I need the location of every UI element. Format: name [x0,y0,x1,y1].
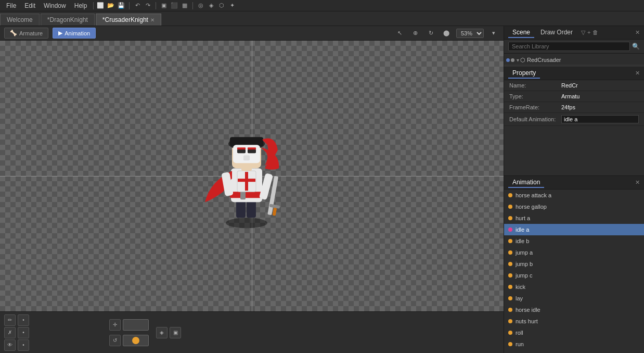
armature-mode-btn[interactable]: 🦴 Armature [4,28,48,39]
anim-dot-horse-gallop [508,205,512,209]
property-close-icon[interactable]: ✕ [635,70,640,77]
anim-label-nuts-hurt: nuts hurt [516,318,538,324]
mesh-tool[interactable]: ⬤ [441,28,452,39]
anim-dot-lay [508,296,512,300]
remove-node-icon[interactable]: 🗑 [593,29,598,36]
rotate-tool[interactable]: ↻ [425,28,436,39]
anim-item-roll[interactable]: roll [504,327,644,338]
filter-icon[interactable]: ▽ [581,29,585,36]
dot1-icon[interactable]: • [18,314,29,326]
anim-item-horse-attack-a[interactable]: horse attack a [504,190,644,201]
animation-tab[interactable]: Animation [508,178,544,188]
open-icon[interactable]: 📂 [106,1,115,10]
anim-item-run[interactable]: run [504,338,644,350]
zoom-dropdown-icon[interactable]: ▾ [488,28,499,39]
anim-item-jump-b[interactable]: jump b [504,258,644,270]
rotate-display [123,335,149,346]
anim-item-lay[interactable]: lay [504,293,644,304]
anim-item-horse-idle[interactable]: horse idle [504,304,644,316]
character-sprite [195,87,299,235]
search-icon: 🔍 [632,43,640,50]
anim-item-jump-c[interactable]: jump c [504,270,644,281]
menu-file[interactable]: File [2,2,20,9]
animation-mode-btn[interactable]: ▶ Animation [53,28,96,39]
tab-welcome[interactable]: Welcome [0,14,40,26]
tool2-icon[interactable]: ⬛ [170,1,179,10]
redo-icon[interactable]: ↷ [143,1,152,10]
dot2-icon[interactable]: • [18,327,29,338]
svg-rect-14 [237,149,246,153]
menu-window[interactable]: Window [40,2,70,9]
svg-rect-15 [248,149,256,153]
tab-crusaderknight[interactable]: *CrusaderKnight ✕ [96,14,161,26]
property-panel-header: Property ✕ [504,67,644,80]
tab-close-icon[interactable]: ✕ [150,17,154,23]
viewport-area: 🦴 Armature ▶ Animation ↖ ⊕ ↻ ⬤ 53% ▾ [0,26,504,353]
tool1-icon[interactable]: ▣ [159,1,169,10]
tool7-icon[interactable]: ✦ [227,1,237,10]
scene-close-icon[interactable]: ✕ [635,29,640,36]
anim-item-kick[interactable]: kick [504,281,644,293]
eye-icon[interactable]: 👁 [4,339,16,351]
property-tab[interactable]: Property [508,68,540,79]
keyframe-add-icon[interactable]: ◈ [156,327,168,338]
anim-label-horse-attack-a: horse attack a [516,192,551,198]
dot3-icon[interactable]: • [18,339,29,351]
prop-defaultanim-label: Default Animation: [509,116,561,122]
anim-dot-horse-attack-a [508,193,512,197]
anim-item-idle-a[interactable]: idle a [504,224,644,235]
anim-label-lay: lay [516,295,523,301]
tab-bar: Welcome *DragonKnight *CrusaderKnight ✕ [0,11,644,26]
search-input[interactable] [508,42,630,51]
draw-order-tab[interactable]: Draw Order [536,28,577,38]
right-panel: Scene Draw Order ▽ + 🗑 ✕ 🔍 ▾ ⬡ RedCrusad… [504,26,644,353]
anim-label-kick: kick [516,284,525,290]
frame-icon[interactable]: ▣ [170,327,181,338]
anim-item-nuts-hurt[interactable]: nuts hurt [504,316,644,327]
anim-dot-hurt-a [508,216,512,220]
tool6-icon[interactable]: ⬡ [217,1,226,10]
anim-item-idle-b[interactable]: idle b [504,235,644,247]
menu-edit[interactable]: Edit [20,2,40,9]
animation-close-icon[interactable]: ✕ [635,179,640,186]
anim-label-idle-b: idle b [516,238,529,244]
anim-dot-jump-b [508,262,512,266]
svg-rect-8 [238,179,255,182]
lock-dot[interactable] [511,58,514,62]
anim-item-hurt-a[interactable]: hurt a [504,212,644,224]
visibility-dot[interactable] [506,58,510,62]
prop-defaultanim-value: idle a [561,115,639,123]
sep2 [129,2,130,9]
zoom-select[interactable]: 53% [456,29,484,38]
undo-icon[interactable]: ↶ [133,1,142,10]
select-tool[interactable]: ↖ [394,28,405,39]
anim-label-jump-c: jump c [516,272,532,279]
rotate-knob [132,337,139,344]
scene-tab[interactable]: Scene [508,28,534,38]
save-icon[interactable]: 💾 [117,1,126,10]
anim-item-jump-a[interactable]: jump a [504,247,644,258]
refresh-icon[interactable]: ↺ [109,335,121,346]
anim-item-horse-gallop[interactable]: horse gallop [504,201,644,212]
tool4-icon[interactable]: ◎ [196,1,205,10]
anim-label-roll: roll [516,330,523,336]
menu-help[interactable]: Help [70,2,92,9]
anim-dot-jump-c [508,273,512,278]
menu-bar: File Edit Window Help ⬜ 📂 💾 ↶ ↷ ▣ ⬛ ▦ ◎ … [0,0,644,11]
prop-name-label: Name: [509,82,561,89]
move-icon[interactable]: ✛ [109,319,121,331]
add-node-icon[interactable]: + [587,29,590,36]
eraser-icon[interactable]: ✗ [4,327,16,338]
tree-item-redcrusader[interactable]: ▾ ⬡ RedCrusader [504,55,644,65]
node-icon: ⬡ [520,57,525,64]
paint-icon[interactable]: ✏ [4,314,16,326]
transform-display [123,319,149,331]
prop-type-label: Type: [509,93,561,99]
tool5-icon[interactable]: ◈ [207,1,216,10]
prop-type-value: Armatu [561,93,639,99]
transform-tool[interactable]: ⊕ [409,28,421,39]
property-panel: Property ✕ Name: RedCr Type: Armatu Fram… [504,67,644,176]
tool3-icon[interactable]: ▦ [180,1,189,10]
new-icon[interactable]: ⬜ [96,1,105,10]
tab-dragonknight[interactable]: *DragonKnight [41,14,95,26]
